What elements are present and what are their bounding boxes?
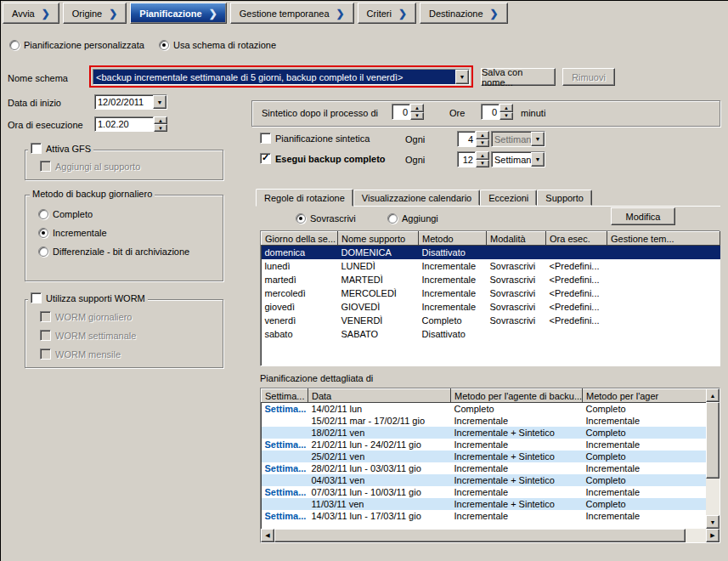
tab-eccezioni[interactable]: Eccezioni (480, 190, 537, 206)
synthetic-every-spinner[interactable]: 4 ▲ ▼ (457, 131, 489, 147)
table-row[interactable]: 11/03/11 venIncrementale + SinteticoComp… (262, 498, 707, 510)
column-header[interactable]: Gestione tem... (607, 232, 720, 246)
radio-completo[interactable]: Completo (38, 209, 93, 219)
scroll-up-icon[interactable]: ▲ (706, 388, 720, 402)
checkbox-pianificazione-sintetica[interactable]: Pianificazione sintetica (260, 133, 370, 144)
edit-button[interactable]: Modifica (611, 207, 675, 225)
vertical-scroll-thumb[interactable] (706, 402, 720, 479)
checkbox-esegui-backup-completo[interactable]: ✓ Esegui backup completo (260, 153, 386, 164)
column-header[interactable]: Modalità (487, 232, 546, 246)
spin-down-icon[interactable]: ▼ (499, 112, 513, 121)
dropdown-arrow-icon[interactable]: ▼ (153, 95, 166, 109)
table-row[interactable]: Settima...28/02/11 lun - 03/03/11 gioInc… (262, 462, 707, 474)
scroll-right-icon[interactable]: ▶ (706, 529, 720, 542)
tab-avvia[interactable]: Avvia ❯ (3, 3, 59, 24)
table-row[interactable]: Settima...07/03/11 lun - 10/03/11 gioInc… (262, 486, 707, 498)
column-header[interactable]: Metodo per l'agente di backu... (451, 389, 583, 403)
synthetic-period-combobox[interactable]: Settimana/ ▼ (491, 131, 545, 147)
tab-destinazione[interactable]: Destinazione ❯ (420, 3, 508, 24)
radio-selected-icon (296, 213, 306, 224)
table-row[interactable]: Settima...14/03/11 lun - 17/03/11 gioInc… (262, 510, 707, 522)
horizontal-scrollbar[interactable]: ◀ ▶ (261, 529, 720, 542)
table-row[interactable]: Settima...21/02/11 lun - 24/02/11 gioInc… (262, 439, 707, 450)
spin-down-icon[interactable]: ▼ (476, 160, 489, 168)
full-period-combobox[interactable]: Settimana/ ▼ (491, 151, 545, 167)
tab-criteri[interactable]: Criteri ❯ (358, 3, 416, 24)
spin-down-icon[interactable]: ▼ (154, 124, 167, 132)
exec-time-value[interactable]: 1.02.20 (94, 116, 154, 132)
full-every-value[interactable]: 12 (457, 151, 476, 167)
tab-origine[interactable]: Origine ❯ (63, 3, 127, 24)
schema-combobox[interactable]: <backup incrementale settimanale di 5 gi… (93, 69, 470, 85)
column-header[interactable]: Giorno della se... (262, 232, 338, 246)
table-row[interactable]: venerdìVENERDÌCompletoSovrascrivi<Predef… (262, 314, 720, 327)
radio-incrementale[interactable]: Incrementale (38, 228, 107, 238)
table-row[interactable]: Settima...14/02/11 lunCompletoCompleto (262, 403, 707, 415)
table-row[interactable]: 04/03/11 venIncrementale + SinteticoComp… (262, 474, 707, 486)
spin-up-icon[interactable]: ▲ (154, 116, 167, 124)
save-as-button[interactable]: Salva con nome... (481, 68, 556, 86)
table-row[interactable]: 15/02/11 mar - 17/02/11 gioIncrementaleI… (262, 415, 707, 427)
table-row[interactable]: sabatoSABATODisattivato (262, 327, 720, 341)
vertical-scroll-track[interactable] (706, 402, 720, 515)
spin-down-icon[interactable]: ▼ (476, 139, 489, 148)
exec-time-spinner[interactable]: 1.02.20 ▲ ▼ (94, 116, 167, 132)
checkbox-utilizza-supporti-worm[interactable]: Utilizza supporti WORM (28, 292, 148, 303)
spin-down-icon[interactable]: ▼ (410, 112, 424, 121)
table-row[interactable]: martedìMARTEDÌIncrementaleSovrascrivi<Pr… (262, 273, 720, 286)
hours-value[interactable]: 0 (392, 104, 410, 120)
dropdown-arrow-icon[interactable]: ▼ (531, 152, 545, 167)
spin-up-icon[interactable]: ▲ (410, 104, 424, 112)
remove-button[interactable]: Rimuovi (562, 68, 615, 86)
cell (262, 427, 308, 439)
table-row[interactable]: lunedìLUNEDÌIncrementaleSovrascrivi<Pred… (262, 259, 720, 273)
tab-pianificazione[interactable]: Pianificazione ❯ (130, 3, 226, 24)
column-header[interactable]: Metodo per l'ager (583, 389, 707, 403)
spin-up-icon[interactable]: ▲ (476, 131, 489, 139)
column-header[interactable]: Settima... (262, 389, 308, 403)
synthetic-every-value[interactable]: 4 (457, 131, 476, 147)
full-every-spinner[interactable]: 12 ▲ ▼ (457, 151, 489, 167)
table-row[interactable]: domenicaDOMENICADisattivato (262, 246, 720, 259)
table-row[interactable]: 18/02/11 venIncrementale + SinteticoComp… (262, 427, 707, 439)
checkbox-worm-giornaliero[interactable]: WORM giornaliero (40, 311, 132, 322)
radio-differenziale[interactable]: Differenziale - bit di archiviazione (38, 246, 189, 257)
spin-up-icon[interactable]: ▲ (499, 104, 513, 112)
tab-supporto[interactable]: Supporto (537, 190, 592, 206)
dropdown-arrow-icon[interactable]: ▼ (455, 70, 469, 84)
column-header[interactable]: Ora esec. (546, 232, 607, 246)
tab-label: Criteri (367, 8, 392, 19)
vertical-scrollbar[interactable]: ▲ ▼ (706, 388, 720, 529)
dropdown-arrow-icon[interactable]: ▼ (531, 132, 545, 146)
synthetic-minutes-spinner[interactable]: 0 ▲ ▼ (481, 104, 513, 120)
scroll-left-icon[interactable]: ◀ (261, 529, 274, 542)
horizontal-scroll-track[interactable] (274, 529, 706, 542)
checkbox-worm-settimanale[interactable]: WORM settimanale (40, 330, 136, 341)
tab-visualizzazione-calendario[interactable]: Visualizzazione calendario (353, 190, 480, 206)
table-row[interactable]: mercoledìMERCOLEDÌIncrementaleSovrascriv… (262, 286, 720, 300)
scroll-down-icon[interactable]: ▼ (706, 515, 720, 529)
checkbox-attiva-gfs[interactable]: Attiva GFS (28, 143, 93, 154)
radio-sovrascrivi[interactable]: Sovrascrivi (296, 213, 356, 224)
synthetic-hours-spinner[interactable]: 0 ▲ ▼ (392, 104, 424, 120)
tab-label: Avvia (12, 8, 35, 19)
radio-aggiungi[interactable]: Aggiungi (387, 213, 438, 224)
checkbox-aggiungi-al-supporto[interactable]: Aggiungi al supporto (40, 161, 140, 172)
horizontal-scroll-thumb[interactable] (274, 529, 686, 542)
cell: Incrementale + Sintetico (451, 450, 583, 462)
minutes-value[interactable]: 0 (481, 104, 499, 120)
start-date-picker[interactable]: 12/02/2011 ▼ (94, 94, 167, 110)
table-row[interactable]: giovedìGIOVEDÌIncrementaleSovrascrivi<Pr… (262, 300, 720, 314)
radio-usa-schema-rotazione[interactable]: Usa schema di rotazione (159, 40, 276, 50)
tab-regole-di-rotazione[interactable]: Regole di rotazione (256, 189, 353, 207)
tab-gestione-temporanea[interactable]: Gestione temporanea ❯ (230, 3, 354, 24)
checkbox-worm-mensile[interactable]: WORM mensile (40, 348, 121, 360)
cell: Incrementale (583, 486, 707, 498)
column-header[interactable]: Metodo (419, 232, 487, 246)
rules-header-row: Giorno della se... Nome supporto Metodo … (262, 232, 720, 246)
table-row[interactable]: 25/02/11 venIncrementale + SinteticoComp… (262, 450, 707, 462)
radio-pianificazione-personalizzata[interactable]: Pianificazione personalizzata (9, 40, 144, 50)
spin-up-icon[interactable]: ▲ (476, 151, 489, 160)
column-header[interactable]: Data (308, 389, 451, 403)
column-header[interactable]: Nome supporto (338, 232, 419, 246)
